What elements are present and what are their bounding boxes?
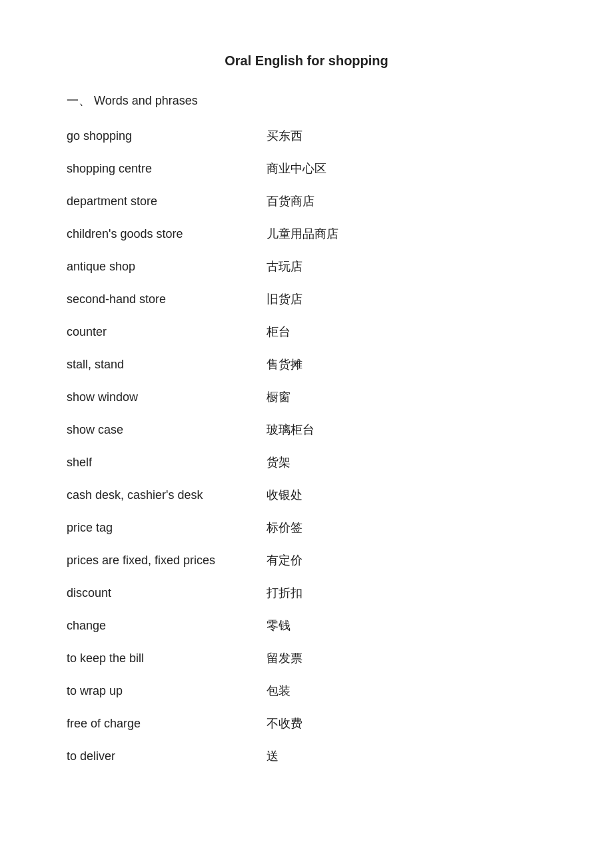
chinese-translation: 留发票 bbox=[267, 650, 303, 667]
vocab-row: free of charge不收费 bbox=[67, 715, 546, 733]
section-heading: 一、 Words and phrases bbox=[67, 93, 546, 109]
chinese-translation: 售货摊 bbox=[267, 356, 303, 374]
english-term: shopping centre bbox=[67, 160, 253, 178]
vocab-row: go shopping买东西 bbox=[67, 127, 546, 145]
english-term: prices are fixed, fixed prices bbox=[67, 552, 253, 570]
vocab-row: change零钱 bbox=[67, 617, 546, 635]
vocab-row: to keep the bill留发票 bbox=[67, 650, 546, 667]
vocab-row: show case玻璃柜台 bbox=[67, 421, 546, 439]
chinese-translation: 标价签 bbox=[267, 519, 303, 537]
english-term: shelf bbox=[67, 454, 253, 472]
vocab-row: discount打折扣 bbox=[67, 584, 546, 602]
chinese-translation: 旧货店 bbox=[267, 290, 303, 308]
vocab-row: counter柜台 bbox=[67, 323, 546, 341]
vocab-row: price tag标价签 bbox=[67, 519, 546, 537]
vocab-row: stall, stand售货摊 bbox=[67, 356, 546, 374]
english-term: antique shop bbox=[67, 258, 253, 276]
vocab-row: second-hand store旧货店 bbox=[67, 290, 546, 308]
english-term: to deliver bbox=[67, 747, 253, 765]
chinese-translation: 买东西 bbox=[267, 127, 303, 145]
english-term: free of charge bbox=[67, 715, 253, 733]
english-term: second-hand store bbox=[67, 290, 253, 308]
chinese-translation: 送 bbox=[267, 747, 279, 765]
vocab-row: cash desk, cashier's desk收银处 bbox=[67, 486, 546, 504]
chinese-translation: 货架 bbox=[267, 454, 291, 472]
vocab-row: children's goods store儿童用品商店 bbox=[67, 225, 546, 243]
chinese-translation: 橱窗 bbox=[267, 388, 291, 406]
vocab-row: antique shop古玩店 bbox=[67, 258, 546, 276]
english-term: show case bbox=[67, 421, 253, 439]
english-term: department store bbox=[67, 193, 253, 211]
chinese-translation: 商业中心区 bbox=[267, 160, 326, 178]
english-term: cash desk, cashier's desk bbox=[67, 486, 253, 504]
english-term: show window bbox=[67, 388, 253, 406]
chinese-translation: 零钱 bbox=[267, 617, 291, 635]
english-term: counter bbox=[67, 323, 253, 341]
english-term: to keep the bill bbox=[67, 650, 253, 667]
english-term: go shopping bbox=[67, 127, 253, 145]
page-title: Oral English for shopping bbox=[67, 53, 546, 69]
english-term: discount bbox=[67, 584, 253, 602]
vocab-row: shelf货架 bbox=[67, 454, 546, 472]
chinese-translation: 柜台 bbox=[267, 323, 291, 341]
vocab-list: go shopping买东西shopping centre商业中心区depart… bbox=[67, 127, 546, 765]
chinese-translation: 包装 bbox=[267, 682, 291, 700]
english-term: children's goods store bbox=[67, 225, 253, 243]
chinese-translation: 不收费 bbox=[267, 715, 303, 733]
vocab-row: show window橱窗 bbox=[67, 388, 546, 406]
chinese-translation: 收银处 bbox=[267, 486, 303, 504]
vocab-row: to wrap up包装 bbox=[67, 682, 546, 700]
chinese-translation: 打折扣 bbox=[267, 584, 303, 602]
chinese-translation: 儿童用品商店 bbox=[267, 225, 338, 243]
vocab-row: shopping centre商业中心区 bbox=[67, 160, 546, 178]
english-term: price tag bbox=[67, 519, 253, 537]
vocab-row: department store百货商店 bbox=[67, 193, 546, 211]
chinese-translation: 古玩店 bbox=[267, 258, 303, 276]
chinese-translation: 玻璃柜台 bbox=[267, 421, 314, 439]
chinese-translation: 有定价 bbox=[267, 552, 303, 570]
vocab-row: to deliver送 bbox=[67, 747, 546, 765]
vocab-row: prices are fixed, fixed prices有定价 bbox=[67, 552, 546, 570]
english-term: change bbox=[67, 617, 253, 635]
chinese-translation: 百货商店 bbox=[267, 193, 314, 211]
english-term: to wrap up bbox=[67, 682, 253, 700]
english-term: stall, stand bbox=[67, 356, 253, 374]
